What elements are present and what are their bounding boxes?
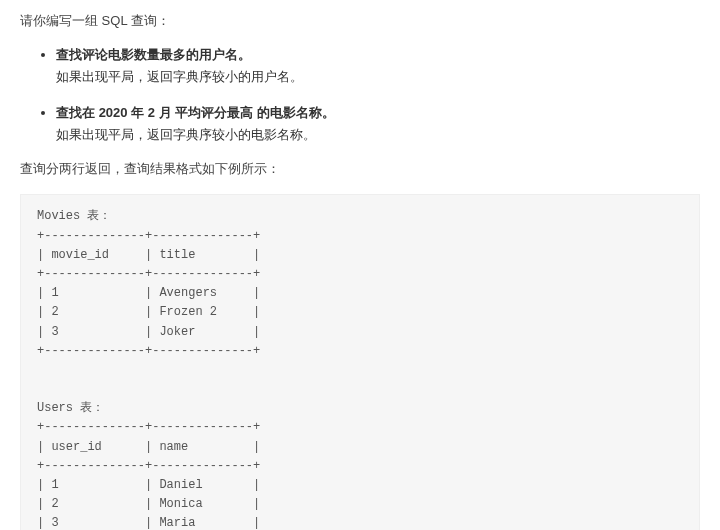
outro-text: 查询分两行返回，查询结果格式如下例所示：: [20, 160, 700, 178]
task-item-1: 查找评论电影数量最多的用户名。 如果出现平局，返回字典序较小的用户名。: [56, 44, 700, 88]
intro-text: 请你编写一组 SQL 查询：: [20, 12, 700, 30]
task-item-2: 查找在 2020 年 2 月 平均评分最高 的电影名称。 如果出现平局，返回字典…: [56, 102, 700, 146]
task1-sub: 如果出现平局，返回字典序较小的用户名。: [56, 69, 303, 84]
example-tables-block: Movies 表： +--------------+--------------…: [20, 194, 700, 530]
task-list: 查找评论电影数量最多的用户名。 如果出现平局，返回字典序较小的用户名。 查找在 …: [20, 44, 700, 146]
task1-main: 查找评论电影数量最多的用户名。: [56, 47, 251, 62]
task2-sub: 如果出现平局，返回字典序较小的电影名称。: [56, 127, 316, 142]
task2-main: 查找在 2020 年 2 月 平均评分最高 的电影名称。: [56, 105, 335, 120]
